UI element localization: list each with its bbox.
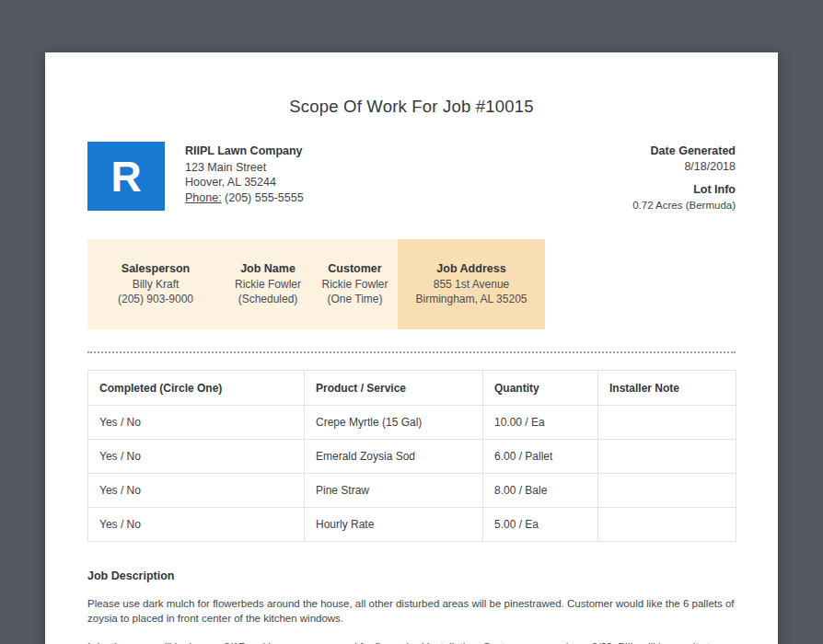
job-name-value: Rickie Fowler (224, 277, 312, 292)
job-address-city: Birmingham, AL 35205 (398, 292, 545, 306)
cell-quantity: 6.00 / Pallet (483, 440, 598, 474)
dotted-divider (87, 351, 736, 353)
cell-installer-note (598, 508, 736, 542)
logo-letter: R (110, 152, 141, 201)
cell-completed: Yes / No (88, 440, 305, 474)
cell-product: Pine Straw (305, 474, 483, 508)
salesperson-column: Salesperson Billy Kraft (205) 903-9000 (87, 239, 224, 329)
table-row: Yes / No Crepe Myrtle (15 Gal) 10.00 / E… (88, 406, 736, 440)
salesperson-label: Salesperson (87, 261, 224, 276)
header-completed: Completed (Circle One) (88, 371, 305, 406)
job-address-label: Job Address (398, 261, 545, 276)
table-row: Yes / No Pine Straw 8.00 / Bale (88, 474, 736, 508)
job-name-status: (Scheduled) (224, 292, 312, 306)
date-generated-label: Date Generated (632, 144, 736, 159)
customer-name: Rickie Fowler (312, 277, 398, 292)
salesperson-name: Billy Kraft (87, 277, 224, 292)
job-description-paragraph-1: Please use dark mulch for flowerbeds aro… (87, 596, 736, 626)
date-generated-group: Date Generated 8/18/2018 (632, 144, 736, 175)
cell-completed: Yes / No (88, 406, 305, 440)
meta-block: Date Generated 8/18/2018 Lot Info 0.72 A… (632, 142, 736, 213)
salesperson-phone: (205) 903-9000 (87, 292, 224, 306)
lot-info-label: Lot Info (632, 182, 736, 198)
company-address-line2: Hoover, AL 35244 (185, 175, 304, 190)
date-generated-value: 8/18/2018 (632, 159, 736, 175)
company-phone-row: Phone: (205) 555-5555 (185, 190, 304, 206)
header-installer-note: Installer Note (598, 371, 736, 406)
cell-installer-note (598, 474, 736, 508)
scope-of-work-table: Completed (Circle One) Product / Service… (87, 370, 736, 542)
job-description-heading: Job Description (87, 569, 736, 582)
table-header: Completed (Circle One) Product / Service… (88, 371, 736, 406)
cell-installer-note (598, 440, 736, 474)
company-logo: R (87, 142, 165, 211)
cell-completed: Yes / No (88, 474, 305, 508)
cell-completed: Yes / No (88, 508, 305, 542)
job-info-bar: Salesperson Billy Kraft (205) 903-9000 J… (87, 239, 545, 329)
lot-info-value: 0.72 Acres (Bermuda) (632, 198, 736, 213)
document-page: Scope Of Work For Job #10015 R RIIPL Law… (45, 52, 778, 644)
table-row: Yes / No Hourly Rate 5.00 / Ea (88, 508, 736, 542)
company-name: RIIPL Lawn Company (185, 144, 304, 159)
page-title: Scope Of Work For Job #10015 (87, 97, 736, 117)
table-row: Yes / No Emerald Zoysia Sod 6.00 / Palle… (88, 440, 736, 474)
lot-info-group: Lot Info 0.72 Acres (Bermuda) (632, 182, 736, 213)
job-address-column: Job Address 855 1st Avenue Birmingham, A… (398, 239, 545, 329)
company-block: R RIIPL Lawn Company 123 Main Street Hoo… (87, 142, 304, 211)
phone-number: (205) 555-5555 (222, 191, 304, 204)
cell-product: Emerald Zoysia Sod (305, 440, 483, 474)
cell-product: Crepe Myrtle (15 Gal) (305, 406, 483, 440)
header-quantity: Quantity (483, 371, 598, 406)
cell-installer-note (598, 406, 736, 440)
cell-quantity: 5.00 / Ea (483, 508, 598, 542)
customer-label: Customer (312, 261, 398, 276)
company-address-line1: 123 Main Street (185, 160, 304, 176)
table-header-row: Completed (Circle One) Product / Service… (88, 371, 736, 406)
cell-product: Hourly Rate (305, 508, 483, 542)
job-description-paragraph-2: Irrigation guys will be buy on 8/17 and … (87, 639, 736, 644)
header-product-service: Product / Service (305, 371, 483, 406)
job-name-label: Job Name (224, 261, 312, 276)
customer-column: Customer Rickie Fowler (One Time) (312, 239, 398, 329)
document-header: R RIIPL Lawn Company 123 Main Street Hoo… (87, 142, 736, 213)
job-address-street: 855 1st Avenue (398, 277, 545, 292)
company-info: RIIPL Lawn Company 123 Main Street Hoove… (185, 142, 304, 205)
job-name-column: Job Name Rickie Fowler (Scheduled) (224, 239, 312, 329)
cell-quantity: 10.00 / Ea (483, 406, 598, 440)
phone-label: Phone: (185, 191, 222, 204)
table-body: Yes / No Crepe Myrtle (15 Gal) 10.00 / E… (88, 406, 736, 542)
cell-quantity: 8.00 / Bale (483, 474, 598, 508)
customer-type: (One Time) (312, 292, 398, 306)
